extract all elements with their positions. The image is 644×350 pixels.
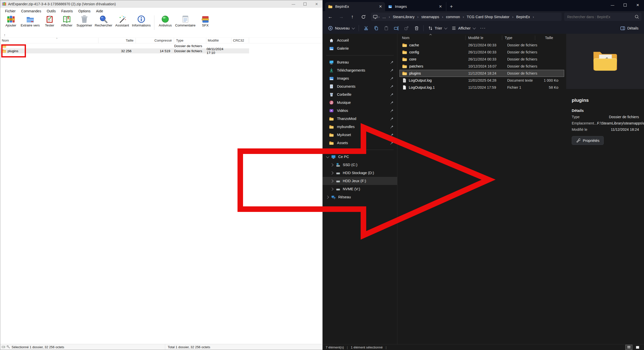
explorer-minimize-button[interactable]: —: [606, 0, 619, 10]
chevron-right-icon[interactable]: [330, 180, 333, 182]
pin-icon[interactable]: [390, 125, 394, 129]
column-header-nom[interactable]: Nom: [0, 38, 98, 43]
sidebar-item-nvme-v[interactable]: NVME (V:): [323, 185, 397, 193]
informations-button[interactable]: Informations: [131, 15, 152, 27]
afficher-view-button[interactable]: Afficher: [449, 24, 478, 33]
rename-button[interactable]: [391, 24, 401, 33]
extraire-vers-button[interactable]: Extraire vers: [19, 15, 41, 27]
tab-close-icon[interactable]: ✕: [439, 4, 442, 9]
sidebar-item-corbeille[interactable]: Corbeille: [323, 90, 397, 99]
sidebar-item-myasset[interactable]: MyAsset: [323, 131, 397, 139]
sidebar-item-thanzomod[interactable]: ThanzoMod: [323, 115, 397, 123]
column-header-taille[interactable]: Taille: [98, 38, 136, 43]
column-header-modifie-le[interactable]: Modifié le: [465, 36, 502, 40]
column-header-taille[interactable]: Taille: [535, 36, 554, 40]
sidebar-item-telechargements[interactable]: Téléchargements: [323, 66, 397, 74]
pin-icon[interactable]: [390, 101, 394, 104]
sidebar-item-assets[interactable]: Assets: [323, 139, 397, 147]
column-header-modifie[interactable]: Modifié: [206, 38, 231, 43]
column-header-type[interactable]: Type: [502, 36, 535, 40]
tab-bepinex[interactable]: BepInEx ✕: [325, 2, 385, 11]
pin-icon[interactable]: [390, 133, 394, 137]
sidebar-item-documents[interactable]: Documents: [323, 82, 397, 90]
chevron-right-icon[interactable]: [330, 188, 333, 190]
up-button[interactable]: ↑: [347, 13, 357, 21]
sfx-button[interactable]: SFX: [197, 15, 214, 27]
table-row-plugins[interactable]: plugins 32 256 14 519 Dossier de fichier…: [0, 48, 249, 53]
winrar-minimize-button[interactable]: —: [288, 0, 299, 8]
proprietes-button[interactable]: Propriétés: [572, 136, 604, 145]
ajouter-button[interactable]: Ajouter: [2, 15, 19, 27]
search-input[interactable]: [567, 15, 635, 19]
pin-icon[interactable]: [390, 93, 394, 96]
column-header-type[interactable]: Type: [174, 38, 206, 43]
chevron-right-icon[interactable]: [326, 196, 329, 198]
sidebar-item-ssd-c[interactable]: SSD (C:): [323, 161, 397, 169]
winrar-maximize-button[interactable]: [299, 0, 311, 8]
menu-commandes[interactable]: Commandes: [18, 9, 44, 14]
folder-up-button[interactable]: ↑: [4, 33, 6, 37]
delete-button[interactable]: [411, 24, 421, 33]
afficher-button[interactable]: Afficher: [58, 15, 75, 27]
breadcrumb-tcg-card-shop-simulator[interactable]: TCG Card Shop Simulator: [465, 14, 511, 20]
column-header-crc32[interactable]: CRC32: [231, 38, 249, 43]
nouveau-button[interactable]: Nouveau: [326, 24, 357, 33]
pin-icon[interactable]: [390, 117, 394, 120]
chevron-down-icon[interactable]: [326, 156, 329, 158]
large-icons-view-toggle[interactable]: [634, 345, 641, 350]
file-row-cache[interactable]: cache 26/11/2024 00:33 Dossier de fichie…: [399, 42, 564, 49]
details-view-toggle[interactable]: [625, 345, 632, 350]
chevron-right-icon[interactable]: [330, 172, 333, 174]
antivirus-button[interactable]: Antivirus: [157, 15, 174, 27]
cut-button[interactable]: [361, 24, 371, 33]
tab-images[interactable]: Images ✕: [385, 2, 445, 11]
sidebar-item-images[interactable]: Images: [323, 74, 397, 82]
pin-icon[interactable]: [390, 69, 394, 72]
file-row-core[interactable]: core 26/11/2024 00:33 Dossier de fichier…: [399, 56, 564, 63]
paste-button[interactable]: [381, 24, 391, 33]
file-row-logoutput-log[interactable]: LogOutput.log 11/01/2025 04:28 Document …: [399, 77, 564, 84]
tab-close-icon[interactable]: ✕: [379, 4, 382, 9]
search-box[interactable]: [564, 13, 641, 21]
copy-button[interactable]: [371, 24, 381, 33]
menu-fichier[interactable]: Fichier: [2, 9, 18, 14]
explorer-maximize-button[interactable]: [619, 0, 631, 10]
more-options-button[interactable]: ···: [478, 24, 488, 33]
menu-aide[interactable]: Aide: [93, 9, 106, 14]
file-row-config[interactable]: config 26/11/2024 00:33 Dossier de fichi…: [399, 49, 564, 56]
file-row-patchers[interactable]: patchers 10/12/2024 16:07 Dossier de fic…: [399, 63, 564, 70]
file-row-plugins[interactable]: plugins 11/12/2024 18:24 Dossier de fich…: [399, 70, 564, 77]
tester-button[interactable]: Tester: [41, 15, 58, 27]
winrar-close-button[interactable]: ×: [311, 0, 322, 8]
menu-options[interactable]: Options: [76, 9, 93, 14]
pin-icon[interactable]: [390, 77, 394, 80]
chevron-right-icon[interactable]: [330, 164, 333, 166]
sidebar-item-bureau[interactable]: Bureau: [323, 58, 397, 66]
file-row-logoutput-log-1[interactable]: LogOutput.log.1 11/11/2024 17:59 Fichier…: [399, 84, 564, 91]
breadcrumb-common[interactable]: common: [444, 14, 462, 20]
share-button[interactable]: [401, 24, 411, 33]
sidebar-item-mybundles[interactable]: mybundles: [323, 123, 397, 131]
new-tab-button[interactable]: +: [446, 2, 456, 11]
assistant-button[interactable]: Assistant: [114, 15, 131, 27]
sidebar-item-ce-pc[interactable]: Ce PC: [323, 153, 397, 161]
breadcrumb-ellipsis[interactable]: …: [380, 14, 388, 20]
breadcrumb-steamlibrary[interactable]: SteamLibrary: [391, 14, 417, 20]
pin-icon[interactable]: [390, 141, 394, 145]
breadcrumb-bepinex[interactable]: BepInEx: [514, 14, 532, 20]
supprimer-button[interactable]: Supprimer: [75, 15, 93, 27]
forward-button[interactable]: →: [336, 13, 346, 21]
commentaire-button[interactable]: Commentaire: [174, 15, 197, 27]
sidebar-item-reseau[interactable]: Réseau: [323, 193, 397, 201]
column-header-nom[interactable]: Nom: [399, 36, 465, 40]
explorer-close-button[interactable]: ×: [631, 0, 644, 10]
trier-button[interactable]: Trier: [426, 24, 449, 33]
menu-favoris[interactable]: Favoris: [58, 9, 76, 14]
sidebar-item-galerie[interactable]: Galerie: [323, 44, 397, 52]
sidebar-item-musique[interactable]: Musique: [323, 99, 397, 107]
menu-outils[interactable]: Outils: [44, 9, 58, 14]
sidebar-item-hdd-stockage-d[interactable]: HDD Stockage (D:): [323, 169, 397, 177]
pin-icon[interactable]: [390, 109, 394, 112]
back-button[interactable]: ←: [325, 13, 335, 21]
sidebar-item-accueil[interactable]: Accueil: [323, 36, 397, 44]
